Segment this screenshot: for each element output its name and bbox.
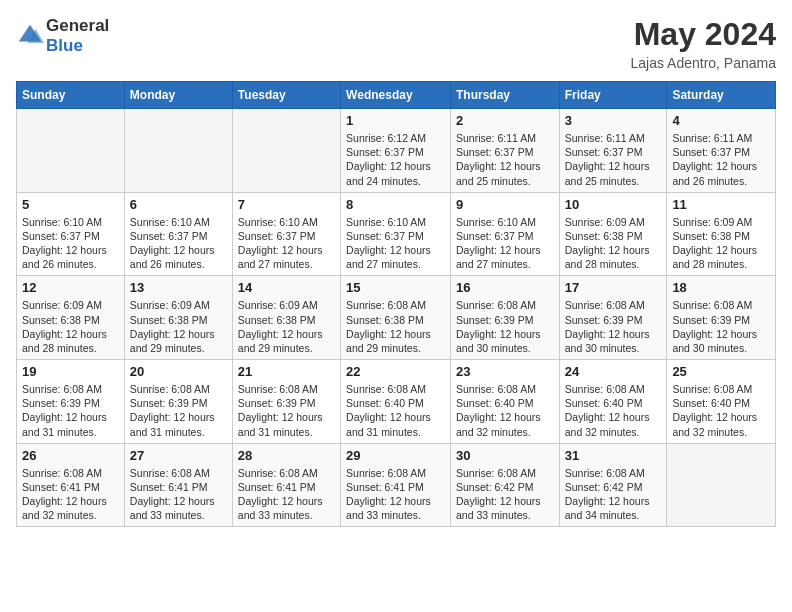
day-number: 20 [130, 364, 227, 379]
day-number: 24 [565, 364, 662, 379]
day-number: 6 [130, 197, 227, 212]
day-info: Sunrise: 6:10 AM Sunset: 6:37 PM Dayligh… [456, 215, 554, 272]
page-header: General Blue May 2024 Lajas Adentro, Pan… [16, 16, 776, 71]
calendar-cell: 6Sunrise: 6:10 AM Sunset: 6:37 PM Daylig… [124, 192, 232, 276]
day-info: Sunrise: 6:08 AM Sunset: 6:40 PM Dayligh… [346, 382, 445, 439]
calendar-cell: 9Sunrise: 6:10 AM Sunset: 6:37 PM Daylig… [450, 192, 559, 276]
day-number: 5 [22, 197, 119, 212]
calendar-cell: 1Sunrise: 6:12 AM Sunset: 6:37 PM Daylig… [341, 109, 451, 193]
week-row-2: 5Sunrise: 6:10 AM Sunset: 6:37 PM Daylig… [17, 192, 776, 276]
calendar-cell: 11Sunrise: 6:09 AM Sunset: 6:38 PM Dayli… [667, 192, 776, 276]
day-number: 23 [456, 364, 554, 379]
day-number: 31 [565, 448, 662, 463]
day-info: Sunrise: 6:08 AM Sunset: 6:39 PM Dayligh… [22, 382, 119, 439]
day-info: Sunrise: 6:11 AM Sunset: 6:37 PM Dayligh… [672, 131, 770, 188]
calendar-cell: 7Sunrise: 6:10 AM Sunset: 6:37 PM Daylig… [232, 192, 340, 276]
day-info: Sunrise: 6:09 AM Sunset: 6:38 PM Dayligh… [238, 298, 335, 355]
calendar-cell: 14Sunrise: 6:09 AM Sunset: 6:38 PM Dayli… [232, 276, 340, 360]
week-row-5: 26Sunrise: 6:08 AM Sunset: 6:41 PM Dayli… [17, 443, 776, 527]
day-number: 15 [346, 280, 445, 295]
col-header-friday: Friday [559, 82, 667, 109]
day-info: Sunrise: 6:10 AM Sunset: 6:37 PM Dayligh… [346, 215, 445, 272]
logo: General Blue [16, 16, 109, 56]
calendar-cell: 5Sunrise: 6:10 AM Sunset: 6:37 PM Daylig… [17, 192, 125, 276]
day-info: Sunrise: 6:08 AM Sunset: 6:39 PM Dayligh… [565, 298, 662, 355]
calendar-cell: 16Sunrise: 6:08 AM Sunset: 6:39 PM Dayli… [450, 276, 559, 360]
day-number: 29 [346, 448, 445, 463]
calendar-cell: 23Sunrise: 6:08 AM Sunset: 6:40 PM Dayli… [450, 360, 559, 444]
calendar-cell [232, 109, 340, 193]
calendar-cell [124, 109, 232, 193]
day-info: Sunrise: 6:08 AM Sunset: 6:40 PM Dayligh… [565, 382, 662, 439]
day-number: 17 [565, 280, 662, 295]
col-header-saturday: Saturday [667, 82, 776, 109]
day-number: 10 [565, 197, 662, 212]
day-number: 26 [22, 448, 119, 463]
day-info: Sunrise: 6:08 AM Sunset: 6:39 PM Dayligh… [238, 382, 335, 439]
day-number: 30 [456, 448, 554, 463]
day-info: Sunrise: 6:10 AM Sunset: 6:37 PM Dayligh… [130, 215, 227, 272]
calendar-cell: 24Sunrise: 6:08 AM Sunset: 6:40 PM Dayli… [559, 360, 667, 444]
day-info: Sunrise: 6:09 AM Sunset: 6:38 PM Dayligh… [22, 298, 119, 355]
day-info: Sunrise: 6:12 AM Sunset: 6:37 PM Dayligh… [346, 131, 445, 188]
day-info: Sunrise: 6:08 AM Sunset: 6:38 PM Dayligh… [346, 298, 445, 355]
day-info: Sunrise: 6:08 AM Sunset: 6:39 PM Dayligh… [130, 382, 227, 439]
day-info: Sunrise: 6:11 AM Sunset: 6:37 PM Dayligh… [565, 131, 662, 188]
day-info: Sunrise: 6:09 AM Sunset: 6:38 PM Dayligh… [130, 298, 227, 355]
calendar-cell: 15Sunrise: 6:08 AM Sunset: 6:38 PM Dayli… [341, 276, 451, 360]
calendar-cell: 12Sunrise: 6:09 AM Sunset: 6:38 PM Dayli… [17, 276, 125, 360]
day-number: 7 [238, 197, 335, 212]
calendar-cell: 3Sunrise: 6:11 AM Sunset: 6:37 PM Daylig… [559, 109, 667, 193]
calendar-cell: 25Sunrise: 6:08 AM Sunset: 6:40 PM Dayli… [667, 360, 776, 444]
day-number: 12 [22, 280, 119, 295]
day-number: 14 [238, 280, 335, 295]
day-info: Sunrise: 6:08 AM Sunset: 6:41 PM Dayligh… [238, 466, 335, 523]
calendar-cell: 30Sunrise: 6:08 AM Sunset: 6:42 PM Dayli… [450, 443, 559, 527]
day-info: Sunrise: 6:08 AM Sunset: 6:41 PM Dayligh… [346, 466, 445, 523]
day-number: 27 [130, 448, 227, 463]
day-number: 13 [130, 280, 227, 295]
day-number: 25 [672, 364, 770, 379]
calendar-cell: 22Sunrise: 6:08 AM Sunset: 6:40 PM Dayli… [341, 360, 451, 444]
day-info: Sunrise: 6:08 AM Sunset: 6:42 PM Dayligh… [565, 466, 662, 523]
day-info: Sunrise: 6:08 AM Sunset: 6:40 PM Dayligh… [672, 382, 770, 439]
day-info: Sunrise: 6:08 AM Sunset: 6:40 PM Dayligh… [456, 382, 554, 439]
day-number: 8 [346, 197, 445, 212]
day-number: 1 [346, 113, 445, 128]
day-number: 18 [672, 280, 770, 295]
logo-icon [16, 22, 44, 50]
day-number: 4 [672, 113, 770, 128]
calendar-cell: 28Sunrise: 6:08 AM Sunset: 6:41 PM Dayli… [232, 443, 340, 527]
col-header-sunday: Sunday [17, 82, 125, 109]
month-title: May 2024 [630, 16, 776, 53]
day-number: 28 [238, 448, 335, 463]
day-number: 3 [565, 113, 662, 128]
week-row-4: 19Sunrise: 6:08 AM Sunset: 6:39 PM Dayli… [17, 360, 776, 444]
calendar-cell: 13Sunrise: 6:09 AM Sunset: 6:38 PM Dayli… [124, 276, 232, 360]
calendar-cell: 29Sunrise: 6:08 AM Sunset: 6:41 PM Dayli… [341, 443, 451, 527]
title-block: May 2024 Lajas Adentro, Panama [630, 16, 776, 71]
calendar-cell: 26Sunrise: 6:08 AM Sunset: 6:41 PM Dayli… [17, 443, 125, 527]
day-number: 21 [238, 364, 335, 379]
day-number: 2 [456, 113, 554, 128]
day-number: 22 [346, 364, 445, 379]
day-info: Sunrise: 6:11 AM Sunset: 6:37 PM Dayligh… [456, 131, 554, 188]
col-header-thursday: Thursday [450, 82, 559, 109]
day-info: Sunrise: 6:08 AM Sunset: 6:39 PM Dayligh… [672, 298, 770, 355]
calendar-cell: 31Sunrise: 6:08 AM Sunset: 6:42 PM Dayli… [559, 443, 667, 527]
day-info: Sunrise: 6:10 AM Sunset: 6:37 PM Dayligh… [22, 215, 119, 272]
calendar-cell [17, 109, 125, 193]
col-header-tuesday: Tuesday [232, 82, 340, 109]
day-info: Sunrise: 6:10 AM Sunset: 6:37 PM Dayligh… [238, 215, 335, 272]
calendar-cell: 18Sunrise: 6:08 AM Sunset: 6:39 PM Dayli… [667, 276, 776, 360]
day-info: Sunrise: 6:08 AM Sunset: 6:39 PM Dayligh… [456, 298, 554, 355]
day-info: Sunrise: 6:08 AM Sunset: 6:41 PM Dayligh… [22, 466, 119, 523]
calendar-cell: 2Sunrise: 6:11 AM Sunset: 6:37 PM Daylig… [450, 109, 559, 193]
col-header-monday: Monday [124, 82, 232, 109]
day-number: 11 [672, 197, 770, 212]
calendar-table: SundayMondayTuesdayWednesdayThursdayFrid… [16, 81, 776, 527]
day-number: 19 [22, 364, 119, 379]
week-row-1: 1Sunrise: 6:12 AM Sunset: 6:37 PM Daylig… [17, 109, 776, 193]
calendar-cell: 27Sunrise: 6:08 AM Sunset: 6:41 PM Dayli… [124, 443, 232, 527]
week-row-3: 12Sunrise: 6:09 AM Sunset: 6:38 PM Dayli… [17, 276, 776, 360]
